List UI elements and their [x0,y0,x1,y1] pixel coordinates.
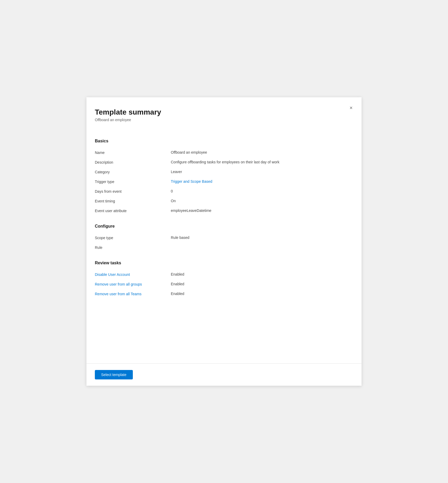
field-value-name: Offboard an employee [171,150,349,154]
field-label-remove-from-teams: Remove user from all Teams [95,292,171,296]
panel-header: Template summary Offboard an employee [95,108,349,122]
review-tasks-section: Review tasks Disable User Account Enable… [95,252,349,299]
field-label-category: Category [95,170,171,174]
field-label-name: Name [95,150,171,155]
close-icon: × [349,105,353,111]
panel-subtitle: Offboard an employee [95,118,349,122]
field-row-event-user-attribute: Event user attribute employeeLeaveDateti… [95,206,349,216]
field-row-category: Category Leaver [95,167,349,177]
field-row-remove-from-teams: Remove user from all Teams Enabled [95,289,349,299]
field-value-description: Configure offboarding tasks for employee… [171,160,349,164]
field-row-trigger-type: Trigger type Trigger and Scope Based [95,177,349,186]
panel-footer: Select template [86,363,362,386]
field-value-scope-type: Rule based [171,235,349,240]
field-label-trigger-type: Trigger type [95,179,171,184]
field-label-rule: Rule [95,245,171,250]
field-row-name: Name Offboard an employee [95,148,349,157]
panel-title: Template summary [95,108,349,117]
field-row-event-timing: Event timing On [95,196,349,206]
field-value-days-from-event: 0 [171,189,349,193]
configure-section: Configure Scope type Rule based Rule [95,216,349,252]
field-row-rule: Rule [95,243,349,252]
field-row-days-from-event: Days from event 0 [95,186,349,196]
configure-section-title: Configure [95,224,349,229]
basics-section-title: Basics [95,139,349,143]
field-value-trigger-type: Trigger and Scope Based [171,179,349,184]
field-value-disable-user-account: Enabled [171,272,349,276]
review-tasks-section-title: Review tasks [95,261,349,265]
field-row-scope-type: Scope type Rule based [95,233,349,243]
select-template-button[interactable]: Select template [95,370,133,379]
field-row-remove-from-groups: Remove user from all groups Enabled [95,279,349,289]
field-value-remove-from-groups: Enabled [171,282,349,286]
field-label-scope-type: Scope type [95,235,171,240]
field-row-disable-user-account: Disable User Account Enabled [95,270,349,279]
template-summary-panel: × Template summary Offboard an employee … [86,97,362,386]
field-label-event-user-attribute: Event user attribute [95,208,171,213]
field-label-description: Description [95,160,171,164]
close-button[interactable]: × [347,104,355,112]
field-value-remove-from-teams: Enabled [171,292,349,296]
field-value-category: Leaver [171,170,349,174]
basics-section: Basics Name Offboard an employee Descrip… [95,130,349,216]
field-label-remove-from-groups: Remove user from all groups [95,282,171,286]
field-label-days-from-event: Days from event [95,189,171,194]
field-value-event-user-attribute: employeeLeaveDatetime [171,208,349,213]
field-label-event-timing: Event timing [95,199,171,203]
field-value-event-timing: On [171,199,349,203]
field-row-description: Description Configure offboarding tasks … [95,157,349,167]
field-label-disable-user-account: Disable User Account [95,272,171,277]
